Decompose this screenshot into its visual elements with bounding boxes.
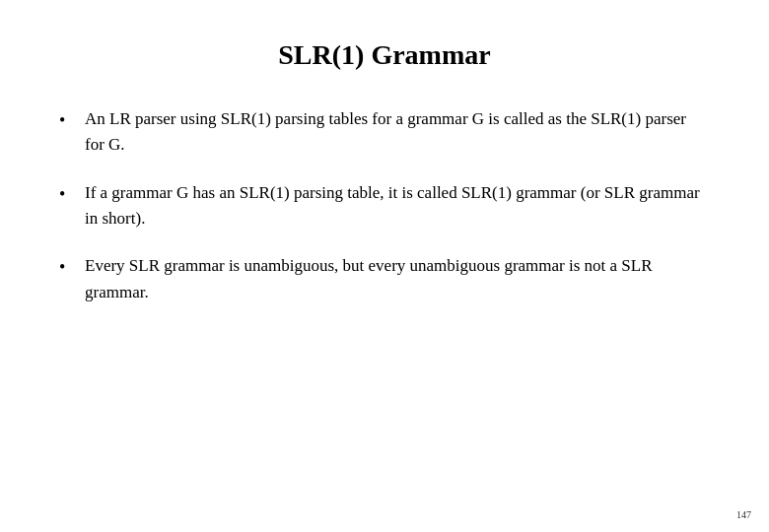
bullet-text-1: An LR parser using SLR(1) parsing tables…	[85, 106, 710, 159]
bullet-text-3: Every SLR grammar is unambiguous, but ev…	[85, 253, 710, 305]
page-number: 147	[736, 509, 751, 520]
bullet-dot: •	[59, 254, 81, 282]
bullet-text-2: If a grammar G has an SLR(1) parsing tab…	[85, 180, 710, 233]
list-item: • Every SLR grammar is unambiguous, but …	[59, 253, 710, 305]
bullet-list: • An LR parser using SLR(1) parsing tabl…	[59, 106, 710, 305]
list-item: • An LR parser using SLR(1) parsing tabl…	[59, 106, 710, 159]
list-item: • If a grammar G has an SLR(1) parsing t…	[59, 180, 710, 233]
bullet-dot: •	[59, 107, 81, 135]
bullet-dot: •	[59, 181, 81, 209]
slide: SLR(1) Grammar • An LR parser using SLR(…	[0, 0, 769, 532]
slide-title: SLR(1) Grammar	[59, 39, 710, 71]
